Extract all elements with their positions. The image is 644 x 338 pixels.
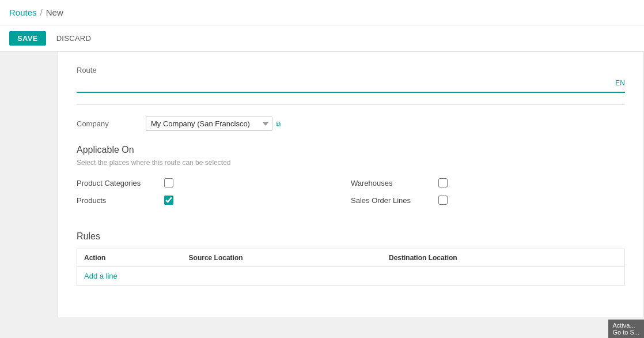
- breadcrumb-parent[interactable]: Routes: [9, 7, 37, 17]
- save-button[interactable]: SAVE: [9, 31, 46, 46]
- add-line-link[interactable]: Add a line: [84, 272, 118, 280]
- check-row-product-categories: Product Categories: [77, 178, 351, 187]
- warehouses-label: Warehouses: [351, 179, 431, 187]
- applicable-on-title: Applicable On: [77, 145, 625, 155]
- lang-badge: EN: [615, 79, 625, 87]
- col-action: Action: [77, 249, 182, 267]
- rules-section: Rules Action Source Location Destination…: [77, 231, 625, 286]
- applicable-grid: Product Categories Products Warehouses: [77, 178, 625, 213]
- top-bar: Routes / New: [0, 0, 644, 25]
- activation-line2: Go to S...: [613, 329, 639, 336]
- warehouses-checkbox[interactable]: [438, 178, 448, 187]
- applicable-left: Product Categories Products: [77, 178, 351, 213]
- breadcrumb-separator: /: [40, 7, 43, 17]
- product-categories-label: Product Categories: [77, 179, 157, 187]
- action-bar: SAVE DISCARD: [0, 25, 644, 52]
- company-select[interactable]: My Company (San Francisco): [146, 117, 272, 131]
- col-source-location: Source Location: [182, 249, 382, 267]
- company-select-wrapper: My Company (San Francisco) ⧉: [146, 117, 281, 131]
- route-input-wrapper: EN: [77, 77, 625, 93]
- applicable-right: Warehouses Sales Order Lines: [351, 178, 625, 213]
- check-row-warehouses: Warehouses: [351, 178, 625, 187]
- breadcrumb: Routes / New: [9, 7, 63, 17]
- applicable-on-section: Applicable On Select the places where th…: [77, 145, 625, 213]
- route-label: Route: [77, 66, 625, 74]
- col-destination-location: Destination Location: [382, 249, 625, 267]
- rules-title: Rules: [77, 231, 625, 242]
- products-checkbox[interactable]: [164, 196, 173, 205]
- company-label: Company: [77, 119, 146, 128]
- check-row-products: Products: [77, 196, 351, 205]
- route-input[interactable]: [77, 77, 625, 91]
- add-line-row: Add a line: [77, 267, 625, 286]
- activation-notice: Activa... Go to S...: [608, 320, 644, 338]
- main-content: Route EN Company My Company (San Francis…: [0, 52, 644, 338]
- product-categories-checkbox[interactable]: [164, 178, 173, 187]
- products-label: Products: [77, 196, 157, 205]
- sales-order-lines-label: Sales Order Lines: [351, 196, 431, 205]
- activation-line1: Activa...: [613, 322, 639, 329]
- rules-table: Action Source Location Destination Locat…: [77, 249, 625, 286]
- applicable-on-subtitle: Select the places where this route can b…: [77, 159, 625, 167]
- breadcrumb-current: New: [46, 7, 63, 17]
- add-line-cell: Add a line: [77, 267, 625, 286]
- check-row-sales-order-lines: Sales Order Lines: [351, 196, 625, 205]
- rules-header-row: Action Source Location Destination Locat…: [77, 249, 625, 267]
- discard-button[interactable]: DISCARD: [51, 31, 97, 46]
- sales-order-lines-checkbox[interactable]: [438, 196, 448, 205]
- form-container: Route EN Company My Company (San Francis…: [58, 52, 644, 317]
- field-divider: [77, 104, 625, 105]
- external-link-icon[interactable]: ⧉: [276, 120, 281, 128]
- company-row: Company My Company (San Francisco) ⧉: [77, 117, 625, 131]
- route-field-group: Route EN: [77, 66, 625, 93]
